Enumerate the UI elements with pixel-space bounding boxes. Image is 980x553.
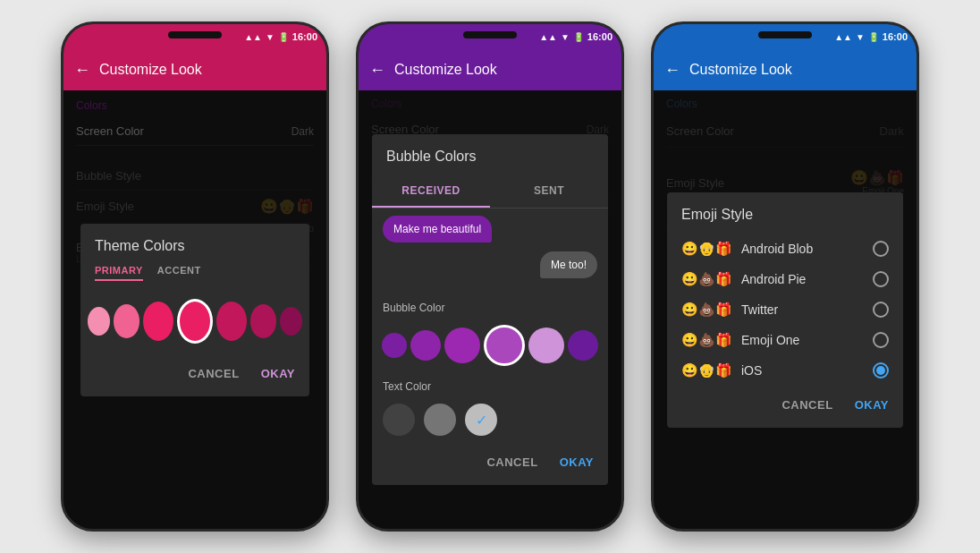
emoji-item-emojione[interactable]: 😀💩🎁 Emoji One xyxy=(674,325,896,355)
bubble-received-wrap: Me too! xyxy=(383,251,597,284)
back-arrow-2[interactable]: ← xyxy=(369,61,385,80)
emoji-pie-name: Android Pie xyxy=(741,272,864,286)
bdot-2[interactable] xyxy=(410,330,441,361)
status-icons: ▲▲ ▼ 🔋 16:00 xyxy=(244,31,317,42)
emoji-item-ios[interactable]: 😀👴🎁 iOS xyxy=(674,355,896,386)
emoji-twitter-icons: 😀💩🎁 xyxy=(681,302,732,318)
emoji-blob-name: Android Blob xyxy=(741,242,864,256)
tab-accent[interactable]: ACCENT xyxy=(157,265,201,281)
check-icon: ✓ xyxy=(476,412,487,429)
dot-6[interactable] xyxy=(250,304,276,338)
emoji-one-name: Emoji One xyxy=(741,333,864,347)
bubble-received: Me too! xyxy=(540,251,597,278)
signal-icon: ▲▲ xyxy=(244,32,262,42)
bubble-color-row xyxy=(372,318,608,373)
emoji-list: 😀👴🎁 Android Blob 😀💩🎁 Android Pie 😀💩🎁 Tw xyxy=(667,234,903,386)
emoji-twitter-name: Twitter xyxy=(741,302,864,317)
dot-1[interactable] xyxy=(88,307,110,336)
text-circle-dark[interactable] xyxy=(383,404,415,436)
radio-ios[interactable] xyxy=(873,362,889,379)
phone-notch xyxy=(168,31,222,38)
bubble-colors-dialog: Bubble Colors RECEIVED SENT Make me beau… xyxy=(372,134,608,485)
status-time-2: 16:00 xyxy=(587,31,612,42)
phone-2: ▲▲ ▼ 🔋 16:00 ← Customize Look Colors Scr… xyxy=(356,21,624,532)
radio-twitter[interactable] xyxy=(873,302,889,318)
battery-icon: 🔋 xyxy=(278,32,289,42)
cancel-btn-3[interactable]: CANCEL xyxy=(778,393,836,417)
okay-btn-3[interactable]: OKAY xyxy=(851,393,892,417)
pa-tabs: PRIMARY ACCENT xyxy=(80,265,309,288)
cancel-btn-2[interactable]: CANCEL xyxy=(483,450,541,474)
dialog-overlay-3: Emoji Style 😀👴🎁 Android Blob 😀💩🎁 Android… xyxy=(654,90,917,529)
radio-ios-fill xyxy=(876,366,885,375)
bdot-3[interactable] xyxy=(444,328,480,363)
dot-7[interactable] xyxy=(280,307,302,336)
dot-5[interactable] xyxy=(216,302,247,341)
emoji-dialog-title: Emoji Style xyxy=(667,192,903,234)
text-circle-mid[interactable] xyxy=(424,404,456,436)
color-row-1 xyxy=(80,288,309,354)
text-circle-light[interactable]: ✓ xyxy=(465,404,497,436)
bubble-sent: Make me beautiful xyxy=(383,216,492,242)
bdot-1[interactable] xyxy=(382,333,407,358)
bubble-tabs: RECEIVED SENT xyxy=(372,175,608,208)
emoji-pie-icons: 😀💩🎁 xyxy=(681,271,732,287)
bdot-5[interactable] xyxy=(528,328,564,363)
wifi-icon: ▼ xyxy=(266,32,275,42)
dot-4[interactable] xyxy=(177,299,213,344)
dot-2[interactable] xyxy=(114,304,139,338)
radio-one[interactable] xyxy=(873,332,889,348)
status-time: 16:00 xyxy=(292,31,317,42)
phone-notch-3 xyxy=(758,31,812,38)
dialog-actions-1: CANCEL OKAY xyxy=(80,354,309,389)
app-bar-1: ← Customize Look xyxy=(63,49,326,90)
emoji-ios-icons: 😀👴🎁 xyxy=(681,362,732,379)
phone-3: ▲▲ ▼ 🔋 16:00 ← Customize Look Colors Scr… xyxy=(651,21,919,532)
wifi-icon-3: ▼ xyxy=(856,32,865,42)
dialog-title-1: Theme Colors xyxy=(80,224,309,265)
emoji-item-android-blob[interactable]: 😀👴🎁 Android Blob xyxy=(674,234,896,264)
tab-sent[interactable]: SENT xyxy=(490,175,608,208)
back-arrow-1[interactable]: ← xyxy=(74,61,90,80)
emoji-blob-icons: 😀👴🎁 xyxy=(681,241,732,257)
bubble-dialog-title: Bubble Colors xyxy=(372,134,608,175)
app-title-3: Customize Look xyxy=(689,62,792,78)
theme-colors-dialog: Theme Colors PRIMARY ACCENT CANCEL xyxy=(80,224,309,396)
app-title-1: Customize Look xyxy=(99,62,202,78)
cancel-btn-1[interactable]: CANCEL xyxy=(184,362,242,386)
status-icons-2: ▲▲ ▼ 🔋 16:00 xyxy=(539,31,612,42)
bdot-6[interactable] xyxy=(568,330,598,361)
signal-icon-2: ▲▲ xyxy=(539,32,557,42)
bubble-color-label: Bubble Color xyxy=(372,298,608,318)
tab-received[interactable]: RECEIVED xyxy=(372,175,490,208)
bubble-preview: Make me beautiful Me too! xyxy=(372,208,608,294)
bubble-sent-wrap: Make me beautiful xyxy=(383,216,597,248)
emoji-item-twitter[interactable]: 😀💩🎁 Twitter xyxy=(674,294,896,325)
back-arrow-3[interactable]: ← xyxy=(664,61,680,80)
battery-icon-3: 🔋 xyxy=(868,32,879,42)
phone-1: ▲▲ ▼ 🔋 16:00 ← Customize Look Colors Scr… xyxy=(61,21,329,532)
dialog-actions-3: CANCEL OKAY xyxy=(667,386,903,421)
bdot-4[interactable] xyxy=(484,325,525,366)
app-bar-3: ← Customize Look xyxy=(654,49,917,90)
phone-notch-2 xyxy=(463,31,517,38)
dot-3[interactable] xyxy=(143,302,173,341)
battery-icon-2: 🔋 xyxy=(573,32,584,42)
okay-btn-1[interactable]: OKAY xyxy=(258,362,299,386)
emoji-one-icons: 😀💩🎁 xyxy=(681,332,732,348)
dialog-overlay-1: Theme Colors PRIMARY ACCENT CANCEL xyxy=(63,90,326,529)
app-bar-2: ← Customize Look xyxy=(359,49,621,90)
emoji-item-android-pie[interactable]: 😀💩🎁 Android Pie xyxy=(674,264,896,294)
tab-primary[interactable]: PRIMARY xyxy=(95,265,143,281)
text-color-row: ✓ xyxy=(372,396,608,443)
radio-pie[interactable] xyxy=(873,271,889,287)
dialog-actions-2: CANCEL OKAY xyxy=(372,443,608,478)
radio-blob[interactable] xyxy=(873,241,889,257)
dialog-overlay-2: Bubble Colors RECEIVED SENT Make me beau… xyxy=(359,90,621,529)
emoji-style-dialog: Emoji Style 😀👴🎁 Android Blob 😀💩🎁 Android… xyxy=(667,192,903,428)
status-icons-3: ▲▲ ▼ 🔋 16:00 xyxy=(834,31,908,42)
phone2-content: Colors Screen Color Dark Bubble Colors R… xyxy=(359,90,621,529)
text-color-label: Text Color xyxy=(372,377,608,396)
okay-btn-2[interactable]: OKAY xyxy=(556,450,597,474)
status-time-3: 16:00 xyxy=(883,31,908,42)
